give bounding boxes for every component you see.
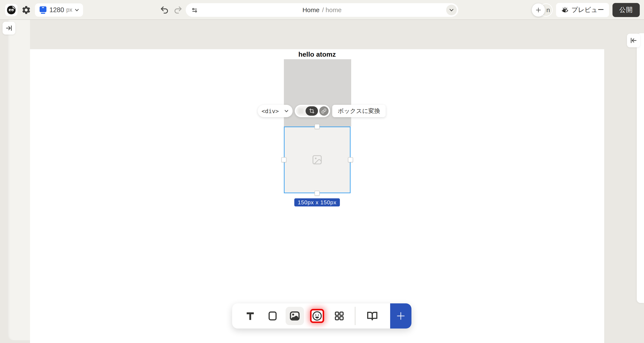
breadcrumb-page-path: / home bbox=[322, 7, 342, 14]
desktop-viewport-icon bbox=[39, 6, 47, 14]
app-logo[interactable] bbox=[5, 4, 18, 16]
redo-button[interactable] bbox=[173, 5, 183, 15]
topbar-left-group: 1280 px bbox=[5, 0, 83, 20]
convert-to-box-button[interactable]: ボックスに変換 bbox=[332, 105, 386, 117]
link-icon bbox=[321, 108, 326, 114]
add-element-button[interactable] bbox=[390, 303, 412, 328]
crop-button[interactable] bbox=[306, 106, 318, 116]
image-tool-button[interactable] bbox=[286, 307, 304, 325]
text-tool-icon bbox=[245, 311, 256, 321]
resize-handle-right[interactable] bbox=[348, 157, 353, 162]
element-tag-dropdown[interactable]: <div> bbox=[258, 105, 292, 117]
image-tool-icon bbox=[289, 310, 301, 322]
gear-icon bbox=[21, 5, 31, 15]
left-panel-collapsed bbox=[8, 20, 30, 340]
mascot-logo-icon bbox=[6, 5, 16, 15]
page-dropdown-button[interactable] bbox=[446, 5, 457, 15]
image-fit-button[interactable] bbox=[296, 106, 306, 116]
eye-preview-icon bbox=[561, 6, 569, 14]
preview-label: プレビュー bbox=[572, 6, 604, 14]
text-tool-button[interactable] bbox=[244, 310, 256, 322]
chevron-down-icon bbox=[284, 109, 289, 113]
library-book-icon bbox=[366, 310, 378, 322]
image-fit-icon bbox=[298, 108, 304, 114]
link-button[interactable] bbox=[319, 106, 328, 116]
avatar-initial: n bbox=[546, 7, 550, 14]
chevron-down-icon bbox=[449, 8, 454, 13]
image-tools-group bbox=[295, 105, 330, 117]
blocks-tool-button[interactable] bbox=[334, 310, 345, 322]
box-tool-icon bbox=[267, 310, 278, 321]
expand-right-panel-button[interactable] bbox=[627, 34, 640, 47]
editor-canvas[interactable]: hello atomz 150px x 150px <div> bbox=[30, 49, 604, 343]
viewport-width-unit: px bbox=[66, 7, 72, 13]
resize-handle-top[interactable] bbox=[314, 124, 320, 129]
expand-left-panel-button[interactable] bbox=[2, 22, 15, 35]
viewport-width-value: 1280 bbox=[50, 6, 64, 14]
page-selector[interactable]: Home / home bbox=[186, 3, 458, 17]
viewport-width-dropdown[interactable]: 1280 px bbox=[35, 4, 83, 17]
element-tag-label: <div> bbox=[262, 108, 279, 114]
topbar-right-group: n プレビュー 公開 bbox=[532, 0, 640, 20]
undo-icon bbox=[160, 5, 169, 15]
arrow-to-bar-left-icon bbox=[630, 37, 637, 44]
crop-icon bbox=[309, 108, 314, 114]
settings-gear-button[interactable] bbox=[21, 5, 31, 15]
box-tool-button[interactable] bbox=[267, 310, 278, 322]
collaborator-cluster: n bbox=[532, 3, 553, 17]
publish-button[interactable]: 公開 bbox=[612, 3, 640, 17]
canvas-heading-text[interactable]: hello atomz bbox=[30, 51, 604, 58]
redo-icon bbox=[173, 5, 183, 15]
image-placeholder-icon bbox=[312, 154, 323, 165]
blocks-grid-icon bbox=[334, 310, 345, 321]
resize-handle-left[interactable] bbox=[281, 157, 286, 162]
plus-icon bbox=[535, 7, 542, 13]
fit-crop-segment bbox=[296, 106, 318, 116]
resize-handle-bottom[interactable] bbox=[314, 191, 320, 196]
invite-member-button[interactable] bbox=[532, 4, 545, 17]
library-tool-button[interactable] bbox=[366, 310, 378, 322]
insert-toolbar bbox=[232, 303, 412, 328]
preview-button[interactable]: プレビュー bbox=[556, 3, 609, 17]
element-size-badge: 150px x 150px bbox=[294, 198, 340, 206]
chevron-down-icon bbox=[74, 8, 79, 12]
emoji-tool-button[interactable] bbox=[310, 309, 324, 323]
publish-label: 公開 bbox=[619, 6, 633, 14]
arrow-to-bar-right-icon bbox=[6, 25, 12, 32]
breadcrumb: Home / home bbox=[186, 3, 458, 17]
toolbar-divider bbox=[355, 307, 356, 325]
breadcrumb-page-name: Home bbox=[302, 7, 320, 14]
right-panel-collapsed bbox=[637, 33, 644, 303]
undo-button[interactable] bbox=[159, 5, 170, 15]
plus-icon bbox=[396, 311, 406, 321]
topbar: 1280 px Home / home bbox=[0, 0, 644, 20]
selection-toolbar: <div> ボックスに変換 bbox=[258, 105, 386, 117]
emoji-smiley-icon bbox=[311, 310, 323, 322]
